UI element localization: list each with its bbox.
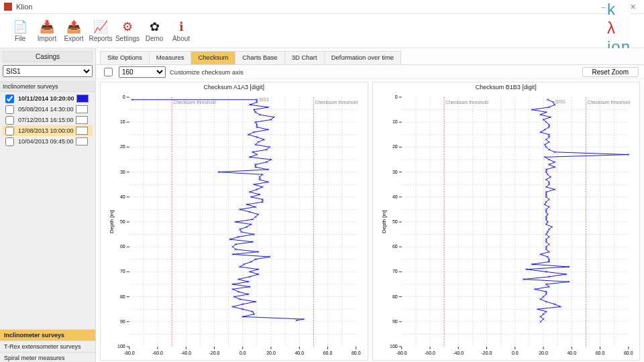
chart-0[interactable]: Checksum A1A3 [digit]Checksum thresholdC… [100, 82, 368, 361]
svg-text:Checksum threshold: Checksum threshold [315, 100, 358, 105]
category-inclinometer-surveys[interactable]: Inclinometer surveys [0, 329, 95, 341]
category-t-rex-extensometer-surveys[interactable]: T-Rex extensometer surveys [0, 341, 95, 352]
svg-text:80.0: 80.0 [352, 351, 361, 355]
svg-text:0: 0 [394, 95, 397, 99]
survey-date: 10/04/2013 09:45:00 [18, 138, 74, 145]
survey-row[interactable]: 05/08/2014 14:30:00 [3, 104, 93, 115]
demo-icon: ✿ [141, 20, 168, 34]
reset-zoom-button[interactable]: Reset Zoom [582, 67, 639, 77]
svg-text:0.0: 0.0 [239, 351, 246, 355]
reports-icon: 📈 [87, 20, 114, 34]
svg-text:SIS1: SIS1 [555, 99, 565, 104]
export-icon: 📤 [60, 20, 87, 34]
svg-text:Checksum threshold: Checksum threshold [173, 100, 216, 105]
svg-text:40.0: 40.0 [294, 351, 304, 355]
svg-text:0.0: 0.0 [511, 351, 518, 355]
main-toolbar: 📄File📥Import📤Export📈Reports⚙Settings✿Dem… [0, 14, 644, 48]
chart-title: Checksum B1B3 [digit] [373, 82, 640, 92]
tab-site-options[interactable]: Site Options [100, 51, 150, 64]
survey-row[interactable]: 10/11/2014 10:20:00 [3, 93, 93, 104]
svg-text:40.0: 40.0 [567, 351, 576, 355]
category-spiral-meter-measures[interactable]: Spiral meter measures [0, 352, 95, 362]
tab-bar: Site OptionsMeasuresChecksumCharts Base3… [96, 48, 644, 65]
svg-text:60: 60 [120, 244, 125, 249]
svg-text:-20.0: -20.0 [209, 351, 220, 355]
sidebar: Casings SIS1 Inclinometer surveys 10/11/… [0, 48, 96, 362]
svg-text:10: 10 [120, 119, 125, 124]
toolbar-label: Export [60, 35, 87, 42]
svg-text:Depth [m]: Depth [m] [109, 210, 115, 234]
toolbar-label: File [7, 35, 34, 42]
survey-row[interactable]: 07/12/2013 16:15:00 [3, 115, 93, 125]
svg-text:-40.0: -40.0 [180, 351, 191, 355]
svg-text:90: 90 [120, 319, 125, 324]
export-button[interactable]: 📤Export [60, 20, 87, 42]
svg-text:40: 40 [120, 194, 125, 199]
about-button[interactable]: ℹAbout [168, 20, 195, 42]
brand-name: kλion [607, 0, 631, 56]
import-button[interactable]: 📥Import [34, 20, 60, 42]
customize-axis-label: Customize checksum axis [170, 68, 244, 76]
import-icon: 📥 [34, 20, 60, 34]
casing-select[interactable]: SIS1 [3, 65, 93, 77]
svg-text:60.0: 60.0 [323, 351, 333, 355]
svg-text:40: 40 [392, 194, 397, 199]
options-row: 160 Customize checksum axis Reset Zoom [96, 65, 644, 79]
surveys-list: 10/11/2014 10:20:0005/08/2014 14:30:0007… [0, 92, 95, 329]
survey-checkbox[interactable] [5, 95, 14, 103]
survey-checkbox[interactable] [5, 127, 14, 135]
survey-date: 10/11/2014 10:20:00 [18, 95, 74, 102]
survey-row[interactable]: 10/04/2013 09:45:00 [3, 136, 93, 147]
svg-text:-60.0: -60.0 [425, 351, 435, 355]
casings-header: Casings [3, 51, 93, 62]
survey-row[interactable]: 12/08/2013 10:00:00 [3, 125, 93, 136]
tab-deformation-over-time[interactable]: Deformation over time [324, 51, 401, 64]
svg-text:Checksum threshold: Checksum threshold [445, 100, 488, 105]
svg-text:30: 30 [120, 170, 125, 174]
app-icon [4, 3, 12, 11]
svg-text:50: 50 [120, 219, 125, 224]
svg-text:70: 70 [392, 269, 397, 274]
toolbar-label: Reports [87, 35, 114, 42]
settings-button[interactable]: ⚙Settings [114, 20, 141, 42]
reports-button[interactable]: 📈Reports [87, 20, 114, 42]
svg-text:20.0: 20.0 [266, 351, 276, 355]
chart-svg: Checksum thresholdChecksum thresholdSIS1… [101, 92, 368, 360]
demo-button[interactable]: ✿Demo [141, 20, 168, 42]
file-button[interactable]: 📄File [7, 20, 34, 42]
toolbar-label: About [168, 35, 195, 42]
svg-text:100: 100 [117, 344, 125, 349]
customize-axis-checkbox[interactable] [104, 68, 113, 76]
svg-text:-60.0: -60.0 [152, 351, 163, 355]
tab-measures[interactable]: Measures [149, 51, 192, 64]
svg-text:20: 20 [392, 144, 397, 149]
toolbar-label: Import [34, 35, 60, 42]
svg-text:50: 50 [392, 219, 397, 224]
toolbar-label: Settings [114, 35, 141, 42]
svg-text:80: 80 [392, 294, 397, 299]
svg-text:-80.0: -80.0 [124, 351, 135, 355]
tab-charts-base[interactable]: Charts Base [235, 51, 284, 64]
svg-text:20.0: 20.0 [539, 351, 548, 355]
tab-3d-chart[interactable]: 3D Chart [284, 51, 325, 64]
chart-1[interactable]: Checksum B1B3 [digit]Checksum thresholdC… [372, 82, 641, 361]
svg-text:20: 20 [120, 144, 125, 149]
tab-checksum[interactable]: Checksum [191, 51, 235, 64]
svg-text:Depth [m]: Depth [m] [380, 210, 386, 234]
survey-date: 05/08/2014 14:30:00 [18, 106, 74, 113]
charts-area: Checksum A1A3 [digit]Checksum thresholdC… [96, 79, 644, 362]
survey-checkbox[interactable] [5, 116, 14, 125]
main-panel: Site OptionsMeasuresChecksumCharts Base3… [96, 48, 644, 362]
svg-text:-20.0: -20.0 [481, 351, 492, 355]
axis-value-select[interactable]: 160 [119, 66, 166, 78]
surveys-header: Inclinometer surveys [0, 81, 95, 92]
svg-text:60.0: 60.0 [595, 351, 604, 355]
survey-checkbox[interactable] [5, 137, 14, 146]
survey-color-swatch [76, 116, 88, 124]
survey-color-swatch [76, 105, 88, 113]
survey-color-swatch [76, 95, 89, 103]
about-icon: ℹ [168, 20, 195, 34]
svg-text:100: 100 [390, 344, 398, 349]
survey-checkbox[interactable] [5, 105, 14, 114]
chart-svg: Checksum thresholdChecksum thresholdSIS1… [373, 92, 640, 360]
